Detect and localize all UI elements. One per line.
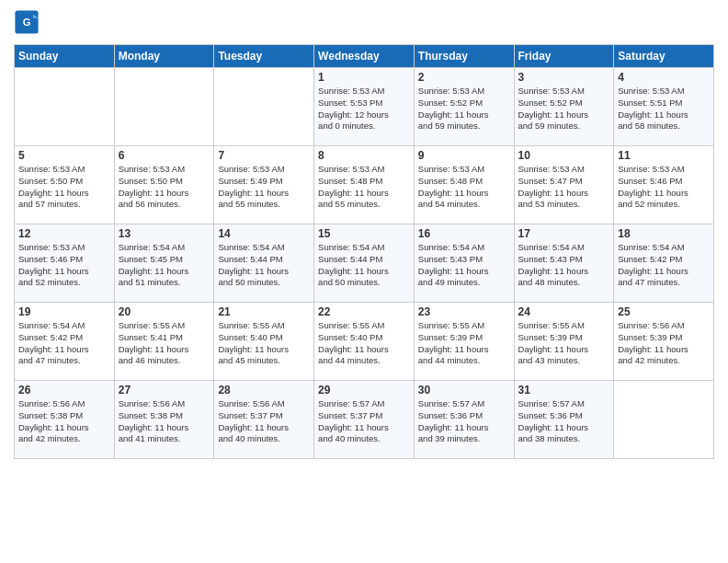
page-container: G SundayMondayTuesdayWednesdayThursdayFr… xyxy=(0,0,728,468)
calendar-cell: 2Sunrise: 5:53 AM Sunset: 5:52 PM Daylig… xyxy=(414,68,514,146)
day-info: Sunrise: 5:54 AM Sunset: 5:42 PM Dayligh… xyxy=(18,320,110,367)
day-info: Sunrise: 5:53 AM Sunset: 5:46 PM Dayligh… xyxy=(618,164,710,211)
calendar-cell: 24Sunrise: 5:55 AM Sunset: 5:39 PM Dayli… xyxy=(514,303,614,381)
header-row: SundayMondayTuesdayWednesdayThursdayFrid… xyxy=(15,45,714,68)
col-header-friday: Friday xyxy=(514,45,614,68)
day-info: Sunrise: 5:56 AM Sunset: 5:38 PM Dayligh… xyxy=(119,398,210,445)
day-info: Sunrise: 5:54 AM Sunset: 5:43 PM Dayligh… xyxy=(518,242,610,289)
week-row-1: 1Sunrise: 5:53 AM Sunset: 5:53 PM Daylig… xyxy=(15,68,714,146)
day-number: 31 xyxy=(518,384,610,396)
svg-text:G: G xyxy=(23,17,31,28)
day-number: 12 xyxy=(18,227,110,240)
calendar-cell: 19Sunrise: 5:54 AM Sunset: 5:42 PM Dayli… xyxy=(15,303,115,381)
day-number: 6 xyxy=(119,149,210,162)
day-number: 10 xyxy=(518,149,610,162)
day-number: 21 xyxy=(218,305,310,318)
day-number: 27 xyxy=(119,384,210,396)
calendar-cell: 26Sunrise: 5:56 AM Sunset: 5:38 PM Dayli… xyxy=(15,381,115,459)
day-info: Sunrise: 5:55 AM Sunset: 5:41 PM Dayligh… xyxy=(119,320,210,367)
calendar-cell: 30Sunrise: 5:57 AM Sunset: 5:36 PM Dayli… xyxy=(414,381,514,459)
day-info: Sunrise: 5:57 AM Sunset: 5:36 PM Dayligh… xyxy=(418,398,510,445)
day-number: 14 xyxy=(218,227,310,240)
col-header-tuesday: Tuesday xyxy=(214,45,314,68)
calendar-cell: 3Sunrise: 5:53 AM Sunset: 5:52 PM Daylig… xyxy=(514,68,614,146)
day-number: 26 xyxy=(18,384,110,396)
logo: G xyxy=(14,9,43,35)
calendar-cell: 11Sunrise: 5:53 AM Sunset: 5:46 PM Dayli… xyxy=(614,146,714,224)
day-info: Sunrise: 5:53 AM Sunset: 5:52 PM Dayligh… xyxy=(518,86,610,132)
day-number: 23 xyxy=(418,305,510,318)
day-info: Sunrise: 5:53 AM Sunset: 5:47 PM Dayligh… xyxy=(518,164,610,211)
day-number: 24 xyxy=(518,305,610,318)
calendar-cell: 6Sunrise: 5:53 AM Sunset: 5:50 PM Daylig… xyxy=(114,146,214,224)
calendar-cell xyxy=(15,68,115,146)
calendar-cell: 15Sunrise: 5:54 AM Sunset: 5:44 PM Dayli… xyxy=(314,224,415,303)
day-number: 13 xyxy=(119,227,210,240)
col-header-monday: Monday xyxy=(114,45,214,68)
calendar-cell: 4Sunrise: 5:53 AM Sunset: 5:51 PM Daylig… xyxy=(614,68,714,146)
day-info: Sunrise: 5:54 AM Sunset: 5:44 PM Dayligh… xyxy=(318,242,410,289)
day-info: Sunrise: 5:53 AM Sunset: 5:48 PM Dayligh… xyxy=(318,164,410,211)
col-header-saturday: Saturday xyxy=(614,45,714,68)
week-row-5: 26Sunrise: 5:56 AM Sunset: 5:38 PM Dayli… xyxy=(15,381,714,459)
day-info: Sunrise: 5:53 AM Sunset: 5:51 PM Dayligh… xyxy=(618,86,710,132)
day-number: 8 xyxy=(318,149,410,162)
col-header-thursday: Thursday xyxy=(414,45,514,68)
calendar-cell: 16Sunrise: 5:54 AM Sunset: 5:43 PM Dayli… xyxy=(414,224,514,303)
calendar-table: SundayMondayTuesdayWednesdayThursdayFrid… xyxy=(14,44,714,459)
day-info: Sunrise: 5:53 AM Sunset: 5:46 PM Dayligh… xyxy=(18,242,110,289)
logo-icon: G xyxy=(14,9,40,35)
week-row-2: 5Sunrise: 5:53 AM Sunset: 5:50 PM Daylig… xyxy=(15,146,714,224)
calendar-cell: 27Sunrise: 5:56 AM Sunset: 5:38 PM Dayli… xyxy=(114,381,214,459)
calendar-cell: 25Sunrise: 5:56 AM Sunset: 5:39 PM Dayli… xyxy=(614,303,714,381)
day-number: 17 xyxy=(518,227,610,240)
day-info: Sunrise: 5:55 AM Sunset: 5:40 PM Dayligh… xyxy=(218,320,310,367)
day-info: Sunrise: 5:53 AM Sunset: 5:49 PM Dayligh… xyxy=(218,164,310,211)
calendar-cell xyxy=(214,68,314,146)
day-number: 28 xyxy=(218,384,310,396)
calendar-cell: 21Sunrise: 5:55 AM Sunset: 5:40 PM Dayli… xyxy=(214,303,314,381)
day-number: 5 xyxy=(18,149,110,162)
day-info: Sunrise: 5:55 AM Sunset: 5:40 PM Dayligh… xyxy=(318,320,410,367)
day-number: 4 xyxy=(618,71,710,84)
day-info: Sunrise: 5:55 AM Sunset: 5:39 PM Dayligh… xyxy=(418,320,510,367)
calendar-cell: 28Sunrise: 5:56 AM Sunset: 5:37 PM Dayli… xyxy=(214,381,314,459)
calendar-cell: 22Sunrise: 5:55 AM Sunset: 5:40 PM Dayli… xyxy=(314,303,415,381)
col-header-wednesday: Wednesday xyxy=(314,45,415,68)
day-info: Sunrise: 5:56 AM Sunset: 5:39 PM Dayligh… xyxy=(618,320,710,367)
calendar-cell: 10Sunrise: 5:53 AM Sunset: 5:47 PM Dayli… xyxy=(514,146,614,224)
day-number: 18 xyxy=(618,227,710,240)
day-number: 29 xyxy=(318,384,410,396)
calendar-cell: 20Sunrise: 5:55 AM Sunset: 5:41 PM Dayli… xyxy=(114,303,214,381)
day-number: 20 xyxy=(119,305,210,318)
day-number: 15 xyxy=(318,227,410,240)
day-number: 7 xyxy=(218,149,310,162)
day-number: 16 xyxy=(418,227,510,240)
calendar-cell: 1Sunrise: 5:53 AM Sunset: 5:53 PM Daylig… xyxy=(314,68,415,146)
day-info: Sunrise: 5:53 AM Sunset: 5:50 PM Dayligh… xyxy=(119,164,210,211)
day-info: Sunrise: 5:53 AM Sunset: 5:53 PM Dayligh… xyxy=(318,86,410,132)
day-number: 1 xyxy=(318,71,410,84)
col-header-sunday: Sunday xyxy=(15,45,115,68)
day-number: 25 xyxy=(618,305,710,318)
calendar-cell: 12Sunrise: 5:53 AM Sunset: 5:46 PM Dayli… xyxy=(15,224,115,303)
calendar-cell: 17Sunrise: 5:54 AM Sunset: 5:43 PM Dayli… xyxy=(514,224,614,303)
day-info: Sunrise: 5:54 AM Sunset: 5:43 PM Dayligh… xyxy=(418,242,510,289)
calendar-cell: 31Sunrise: 5:57 AM Sunset: 5:36 PM Dayli… xyxy=(514,381,614,459)
calendar-cell: 18Sunrise: 5:54 AM Sunset: 5:42 PM Dayli… xyxy=(614,224,714,303)
day-number: 19 xyxy=(18,305,110,318)
day-info: Sunrise: 5:53 AM Sunset: 5:48 PM Dayligh… xyxy=(418,164,510,211)
calendar-cell: 5Sunrise: 5:53 AM Sunset: 5:50 PM Daylig… xyxy=(15,146,115,224)
calendar-cell: 14Sunrise: 5:54 AM Sunset: 5:44 PM Dayli… xyxy=(214,224,314,303)
day-info: Sunrise: 5:57 AM Sunset: 5:37 PM Dayligh… xyxy=(318,398,410,445)
day-number: 30 xyxy=(418,384,510,396)
day-info: Sunrise: 5:55 AM Sunset: 5:39 PM Dayligh… xyxy=(518,320,610,367)
day-number: 9 xyxy=(418,149,510,162)
day-number: 2 xyxy=(418,71,510,84)
calendar-cell: 23Sunrise: 5:55 AM Sunset: 5:39 PM Dayli… xyxy=(414,303,514,381)
week-row-4: 19Sunrise: 5:54 AM Sunset: 5:42 PM Dayli… xyxy=(15,303,714,381)
day-info: Sunrise: 5:57 AM Sunset: 5:36 PM Dayligh… xyxy=(518,398,610,445)
day-number: 11 xyxy=(618,149,710,162)
day-info: Sunrise: 5:53 AM Sunset: 5:52 PM Dayligh… xyxy=(418,86,510,132)
calendar-cell: 7Sunrise: 5:53 AM Sunset: 5:49 PM Daylig… xyxy=(214,146,314,224)
